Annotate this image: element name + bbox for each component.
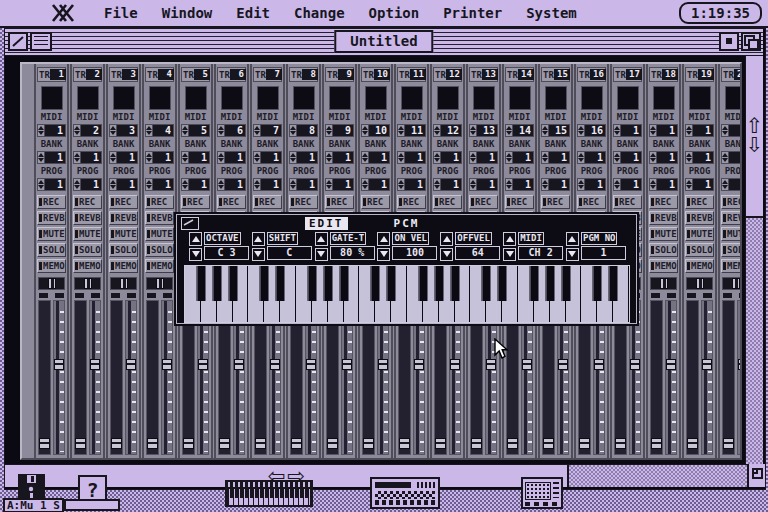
piano-black-key[interactable] <box>276 266 285 301</box>
track-header[interactable]: TR 18 <box>649 67 678 82</box>
spinner-arrows-icon[interactable] <box>721 178 729 191</box>
spinner-arrows-icon[interactable] <box>109 124 117 137</box>
window-fuller-icon[interactable] <box>741 32 761 51</box>
volume-fader-handle[interactable] <box>687 438 698 449</box>
spin-down-button[interactable] <box>315 248 328 262</box>
spinner-arrows-icon[interactable] <box>577 178 585 191</box>
solo-button[interactable]: SOLO <box>73 243 102 257</box>
track-header[interactable]: TR 13 <box>469 67 498 82</box>
midi-spinner[interactable]: 9 <box>325 124 354 137</box>
track-header[interactable]: TR 4 <box>145 67 174 82</box>
window-titlebar[interactable]: Untitled <box>5 29 763 56</box>
spinner-arrows-icon[interactable] <box>469 151 477 164</box>
level-slider[interactable] <box>89 300 101 455</box>
piano-black-key[interactable] <box>561 266 570 301</box>
spinner-arrows-icon[interactable] <box>37 151 45 164</box>
track-header[interactable]: TR 5 <box>181 67 210 82</box>
spin-up-button[interactable] <box>440 232 453 246</box>
rec-button[interactable]: REC <box>685 195 714 209</box>
window-app-icon[interactable] <box>30 32 52 51</box>
level-slider-handle[interactable] <box>342 359 352 370</box>
reverb-button[interactable]: REVB <box>73 211 102 225</box>
track-header[interactable]: TR 10 <box>361 67 390 82</box>
midi-spinner[interactable]: 13 <box>469 124 498 137</box>
volume-fader-handle[interactable] <box>543 438 554 449</box>
mini-button[interactable] <box>111 293 120 298</box>
spin-up-button[interactable] <box>189 232 202 246</box>
spinner-arrows-icon[interactable] <box>469 124 477 137</box>
mini-button[interactable] <box>163 293 172 298</box>
reverb-button[interactable]: REVB <box>721 211 742 225</box>
midi-spinner[interactable]: 12 <box>433 124 462 137</box>
help-icon-label[interactable] <box>64 499 120 511</box>
piano-black-key[interactable] <box>339 266 348 301</box>
spinner-arrows-icon[interactable] <box>505 124 513 137</box>
spinner-arrows-icon[interactable] <box>721 151 729 164</box>
window-info-icon[interactable] <box>719 32 739 51</box>
volume-fader-handle[interactable] <box>255 438 266 449</box>
piano-keyboard[interactable] <box>185 266 629 322</box>
piano-black-key[interactable] <box>387 266 396 301</box>
mute-button[interactable]: MUTE <box>37 227 66 241</box>
spinner-arrows-icon[interactable] <box>613 124 621 137</box>
prog-spinner[interactable]: 1 <box>325 178 354 191</box>
bank-spinner[interactable]: 1 <box>37 151 66 164</box>
spinner-arrows-icon[interactable] <box>73 178 81 191</box>
volume-fader-handle[interactable] <box>111 438 122 449</box>
bank-spinner[interactable]: 1 <box>181 151 210 164</box>
spinner-arrows-icon[interactable] <box>289 178 297 191</box>
piano-black-key[interactable] <box>228 266 237 301</box>
piano-black-key[interactable] <box>260 266 269 301</box>
level-slider-handle[interactable] <box>522 359 532 370</box>
solo-button[interactable]: SOLO <box>37 243 66 257</box>
track-header[interactable]: TR 19 <box>685 67 714 82</box>
level-slider-handle[interactable] <box>162 359 172 370</box>
mini-button[interactable] <box>723 293 732 298</box>
level-slider-handle[interactable] <box>414 359 424 370</box>
workstation-icon[interactable] <box>370 477 440 509</box>
rec-button[interactable]: REC <box>433 195 462 209</box>
piano-black-key[interactable] <box>482 266 491 301</box>
bank-spinner[interactable]: 1 <box>361 151 390 164</box>
spin-up-button[interactable] <box>377 232 390 246</box>
solo-button[interactable]: SOLO <box>109 243 138 257</box>
pan-handle[interactable] <box>84 278 92 289</box>
mini-button[interactable] <box>75 293 84 298</box>
mute-button[interactable]: MUTE <box>145 227 174 241</box>
spinner-arrows-icon[interactable] <box>649 124 657 137</box>
mini-button[interactable] <box>91 293 100 298</box>
volume-fader[interactable] <box>722 300 735 455</box>
spin-up-button[interactable] <box>566 232 579 246</box>
spinner-arrows-icon[interactable] <box>73 151 81 164</box>
spinner-arrows-icon[interactable] <box>505 178 513 191</box>
spinner-arrows-icon[interactable] <box>685 151 693 164</box>
volume-fader[interactable] <box>74 300 87 455</box>
track-header[interactable]: TR 8 <box>289 67 318 82</box>
spinner-arrows-icon[interactable] <box>433 178 441 191</box>
dialog-close-icon[interactable] <box>181 217 199 230</box>
prog-spinner[interactable]: 1 <box>469 178 498 191</box>
spinner-arrows-icon[interactable] <box>73 124 81 137</box>
floppy-disk-label[interactable]: A:Mu_1_S <box>3 498 64 512</box>
level-slider-handle[interactable] <box>90 359 100 370</box>
control-value[interactable]: CH 2 <box>518 246 563 260</box>
spinner-arrows-icon[interactable] <box>433 151 441 164</box>
track-header[interactable]: TR 9 <box>325 67 354 82</box>
midi-spinner[interactable]: 1 <box>649 124 678 137</box>
level-slider-handle[interactable] <box>738 359 742 370</box>
level-slider-handle[interactable] <box>378 359 388 370</box>
bank-spinner[interactable]: 1 <box>469 151 498 164</box>
level-slider-handle[interactable] <box>270 359 280 370</box>
pan-slider[interactable] <box>650 277 677 290</box>
prog-spinner[interactable]: 1 <box>577 178 606 191</box>
prog-spinner[interactable]: 1 <box>37 178 66 191</box>
memo-button[interactable]: MEMO <box>649 259 678 273</box>
pan-handle[interactable] <box>696 278 704 289</box>
menu-item-option[interactable]: Option <box>369 5 420 21</box>
menu-item-file[interactable]: File <box>104 5 138 21</box>
bank-spinner[interactable]: 1 <box>325 151 354 164</box>
rec-button[interactable]: REC <box>289 195 318 209</box>
spinner-arrows-icon[interactable] <box>253 124 261 137</box>
level-slider-handle[interactable] <box>558 359 568 370</box>
pan-handle[interactable] <box>660 278 668 289</box>
